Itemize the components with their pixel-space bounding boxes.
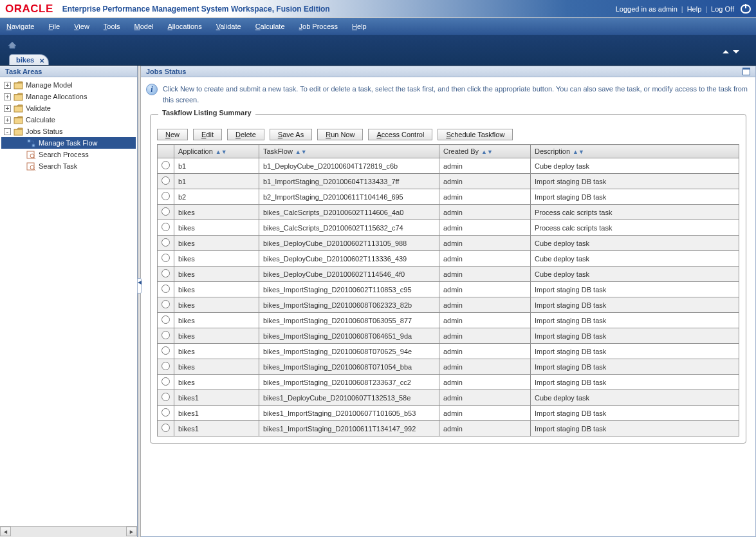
table-row[interactable]: bikesbikes_CalcScripts_D20100602T115632_… — [158, 220, 739, 236]
menu-view[interactable]: View — [74, 23, 89, 30]
column-taskflow[interactable]: TaskFlow▲▼ — [259, 145, 439, 158]
tree-item-calculate[interactable]: +Calculate — [1, 114, 136, 126]
cell-description: Import staging DB task — [531, 174, 739, 189]
access-control-button[interactable]: Access Control — [368, 129, 432, 140]
new-button[interactable]: New — [157, 129, 188, 140]
scroll-track[interactable] — [11, 527, 126, 537]
row-select-cell — [158, 421, 174, 436]
sidebar-title: Task Areas — [0, 66, 137, 77]
row-select-radio[interactable] — [161, 238, 170, 247]
menu-help[interactable]: Help — [352, 23, 367, 30]
cell-application: bikes1 — [174, 406, 259, 421]
column-created-by[interactable]: Created By▲▼ — [439, 145, 531, 158]
menu-allocations[interactable]: Allocations — [168, 23, 202, 30]
tree-item-manage-allocations[interactable]: +Manage Allocations — [1, 91, 136, 102]
row-select-radio[interactable] — [161, 408, 170, 417]
row-select-radio[interactable] — [161, 161, 170, 169]
fieldset-legend: Taskflow Listing Summary — [158, 109, 255, 117]
tree-item-validate[interactable]: +Validate — [1, 102, 136, 114]
row-select-radio[interactable] — [161, 269, 170, 277]
edit-button[interactable]: Edit — [193, 129, 222, 140]
expand-icon[interactable]: + — [4, 82, 11, 89]
table-row[interactable]: bikesbikes_ImportStaging_D20100602T11085… — [158, 282, 739, 297]
row-select-radio[interactable] — [161, 207, 170, 216]
cell-createdby: admin — [439, 205, 531, 220]
tree-item-search-process[interactable]: Search Process — [1, 149, 136, 160]
search-icon — [26, 151, 36, 159]
row-select-radio[interactable] — [161, 377, 170, 386]
table-row[interactable]: bikesbikes_DeployCube_D20100602T113105_9… — [158, 236, 739, 251]
column-description[interactable]: Description▲▼ — [531, 145, 739, 158]
menu-tools[interactable]: Tools — [104, 23, 120, 30]
menu-job-process[interactable]: Job Process — [299, 23, 338, 30]
scroll-left-icon[interactable]: ◄ — [0, 527, 11, 536]
table-row[interactable]: bikes1bikes1_DeployCube_D20100607T132513… — [158, 390, 739, 406]
table-row[interactable]: bikesbikes_ImportStaging_D20100608T23363… — [158, 375, 739, 390]
menu-model[interactable]: Model — [134, 23, 154, 30]
help-link[interactable]: Help — [687, 5, 702, 13]
table-row[interactable]: bikesbikes_ImportStaging_D20100608T06465… — [158, 328, 739, 344]
menu-navigate[interactable]: Navigate — [6, 23, 34, 30]
tree-item-jobs-status[interactable]: -Jobs Status — [1, 126, 136, 137]
row-select-radio[interactable] — [161, 254, 170, 262]
table-row[interactable]: bikesbikes_ImportStaging_D20100608T07105… — [158, 359, 739, 375]
table-row[interactable]: bikes1bikes1_ImportStaging_D20100611T134… — [158, 421, 739, 436]
cell-description: Import staging DB task — [531, 375, 739, 390]
cell-createdby: admin — [439, 359, 531, 375]
cell-application: bikes1 — [174, 390, 259, 406]
home-icon[interactable] — [8, 41, 17, 49]
table-row[interactable]: b1b1_ImportStaging_D20100604T133433_7ffa… — [158, 174, 739, 189]
expand-icon[interactable]: + — [4, 117, 11, 124]
row-select-radio[interactable] — [161, 424, 170, 432]
run-now-button[interactable]: Run Now — [317, 129, 363, 140]
cell-application: bikes — [174, 267, 259, 282]
menu-calculate[interactable]: Calculate — [255, 23, 285, 30]
delete-button[interactable]: Delete — [227, 129, 264, 140]
row-select-radio[interactable] — [161, 285, 170, 293]
table-row[interactable]: bikesbikes_ImportStaging_D20100608T06305… — [158, 313, 739, 328]
row-select-radio[interactable] — [161, 300, 170, 308]
table-row[interactable]: bikes1bikes1_ImportStaging_D20100607T101… — [158, 406, 739, 421]
cell-application: bikes — [174, 328, 259, 344]
folder-icon — [14, 93, 23, 101]
table-row[interactable]: bikesbikes_ImportStaging_D20100608T06232… — [158, 297, 739, 313]
close-icon[interactable]: ✕ — [39, 57, 44, 64]
row-select-radio[interactable] — [161, 362, 170, 370]
maximize-icon[interactable] — [742, 68, 750, 75]
cell-taskflow: bikes_ImportStaging_D20100608T070625_94e — [259, 344, 439, 359]
table-row[interactable]: bikesbikes_CalcScripts_D20100602T114606_… — [158, 205, 739, 220]
row-select-radio[interactable] — [161, 176, 170, 185]
tree-item-manage-model[interactable]: +Manage Model — [1, 79, 136, 91]
menu-file[interactable]: File — [48, 23, 60, 30]
table-row[interactable]: bikesbikes_DeployCube_D20100602T113336_4… — [158, 251, 739, 267]
splitter-handle-icon[interactable]: ◀ — [137, 278, 142, 294]
expand-icon[interactable]: + — [4, 105, 11, 112]
row-select-radio[interactable] — [161, 346, 170, 355]
column-application[interactable]: Application▲▼ — [174, 145, 259, 158]
tree-item-manage-task-flow[interactable]: Manage Task Flow — [1, 137, 136, 149]
scroll-right-icon[interactable]: ► — [126, 527, 137, 536]
row-select-radio[interactable] — [161, 393, 170, 401]
table-row[interactable]: b2b2_ImportStaging_D20100611T104146_695a… — [158, 189, 739, 205]
row-select-radio[interactable] — [161, 192, 170, 200]
document-tab-bikes[interactable]: bikes ✕ — [9, 54, 49, 65]
splitter[interactable]: ◀ — [138, 66, 141, 537]
save-as-button[interactable]: Save As — [270, 129, 312, 140]
schedule-taskflow-button[interactable]: Schedule Taskflow — [438, 129, 513, 140]
table-row[interactable]: b1b1_DeployCube_D20100604T172819_c6badmi… — [158, 158, 739, 174]
expand-icon[interactable]: + — [4, 93, 11, 100]
table-row[interactable]: bikesbikes_DeployCube_D20100602T114546_4… — [158, 267, 739, 282]
row-select-radio[interactable] — [161, 331, 170, 339]
logoff-link[interactable]: Log Off — [711, 5, 734, 13]
collapse-icon[interactable]: - — [4, 128, 11, 135]
row-select-cell — [158, 375, 174, 390]
row-select-radio[interactable] — [161, 315, 170, 324]
tree-item-search-task[interactable]: Search Task — [1, 160, 136, 172]
tree-item-label: Manage Allocations — [26, 93, 87, 100]
logoff-icon[interactable] — [741, 5, 751, 14]
collapse-toggle-icon[interactable] — [721, 49, 741, 57]
menu-validate[interactable]: Validate — [216, 23, 241, 30]
table-row[interactable]: bikesbikes_ImportStaging_D20100608T07062… — [158, 344, 739, 359]
row-select-radio[interactable] — [161, 223, 170, 231]
horizontal-scrollbar[interactable]: ◄ ► — [0, 526, 137, 537]
